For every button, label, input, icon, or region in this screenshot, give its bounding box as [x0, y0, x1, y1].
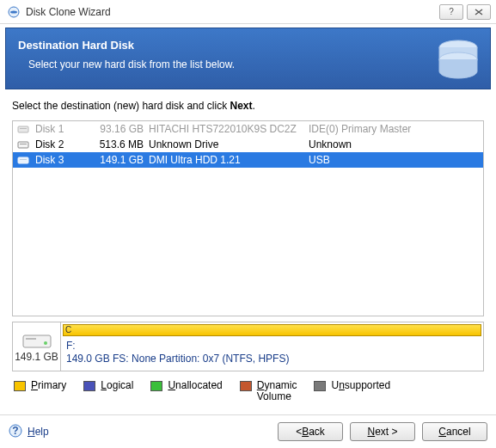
instruction-text: Select the destination (new) hard disk a…: [5, 89, 491, 120]
svg-rect-9: [20, 159, 27, 160]
disk-list[interactable]: Disk 1 93.16 GB HITACHI HTS722010K9S DC2…: [12, 120, 484, 316]
titlebar: Disk Clone Wizard ?: [0, 0, 496, 24]
drive-icon: [16, 154, 30, 166]
bottom-bar: ? Help < Back Next > Cancel: [0, 414, 496, 448]
svg-rect-8: [18, 157, 28, 163]
partition-preview: 149.1 GB C F: 149.0 GB FS: None Partitio…: [12, 322, 484, 371]
svg-rect-7: [20, 144, 27, 144]
disk-row-3[interactable]: Disk 3 149.1 GB DMI Ultra HDD 1.21 USB: [13, 152, 483, 168]
disk-stack-icon: [435, 37, 481, 83]
svg-rect-11: [26, 338, 36, 340]
content: Destination Hard Disk Select your new ha…: [0, 24, 496, 414]
legend-unsupported: Unsupported: [314, 380, 390, 391]
swatch-unallocated: [150, 381, 162, 391]
svg-rect-4: [18, 126, 28, 132]
disk-row-2[interactable]: Disk 2 513.6 MB Unknown Drive Unknown: [13, 137, 483, 152]
banner-heading: Destination Hard Disk: [18, 39, 478, 52]
preview-disk-thumb: 149.1 GB: [13, 322, 61, 371]
partition-info: F: 149.0 GB FS: None Partition: 0x7 (NTF…: [63, 340, 481, 365]
cancel-button[interactable]: Cancel: [422, 422, 487, 441]
window-controls: ?: [439, 4, 491, 20]
legend-dynamic: DynamicVolume: [240, 380, 297, 402]
hdd-icon: [21, 330, 52, 349]
help-icon: ?: [9, 424, 22, 440]
drive-icon: [16, 123, 30, 135]
legend-logical: Logical: [83, 380, 133, 391]
swatch-logical: [83, 381, 95, 391]
app-icon: [7, 5, 21, 19]
svg-rect-10: [23, 335, 51, 347]
svg-point-12: [44, 341, 47, 345]
drive-icon: [16, 138, 30, 150]
swatch-dynamic: [240, 381, 252, 391]
window-title: Disk Clone Wizard: [26, 6, 439, 18]
swatch-unsupported: [314, 381, 326, 391]
partition-bar[interactable]: C: [63, 324, 481, 336]
svg-point-1: [10, 10, 17, 13]
svg-text:?: ?: [12, 425, 18, 437]
svg-rect-5: [20, 128, 27, 129]
svg-rect-6: [18, 142, 28, 148]
wizard-banner: Destination Hard Disk Select your new ha…: [5, 28, 491, 89]
help-button[interactable]: ?: [439, 4, 463, 20]
banner-subtext: Select your new hard disk from the list …: [18, 58, 478, 71]
legend: Primary Logical Unallocated DynamicVolum…: [12, 377, 484, 406]
swatch-primary: [14, 381, 26, 391]
preview-capacity: 149.1 GB: [15, 351, 58, 363]
disk-row-1: Disk 1 93.16 GB HITACHI HTS722010K9S DC2…: [13, 121, 483, 137]
legend-primary: Primary: [14, 380, 66, 391]
close-button[interactable]: [467, 4, 491, 20]
next-button[interactable]: Next >: [350, 422, 415, 441]
legend-unallocated: Unallocated: [150, 380, 222, 391]
back-button[interactable]: < Back: [278, 422, 343, 441]
help-link[interactable]: ? Help: [9, 424, 49, 440]
